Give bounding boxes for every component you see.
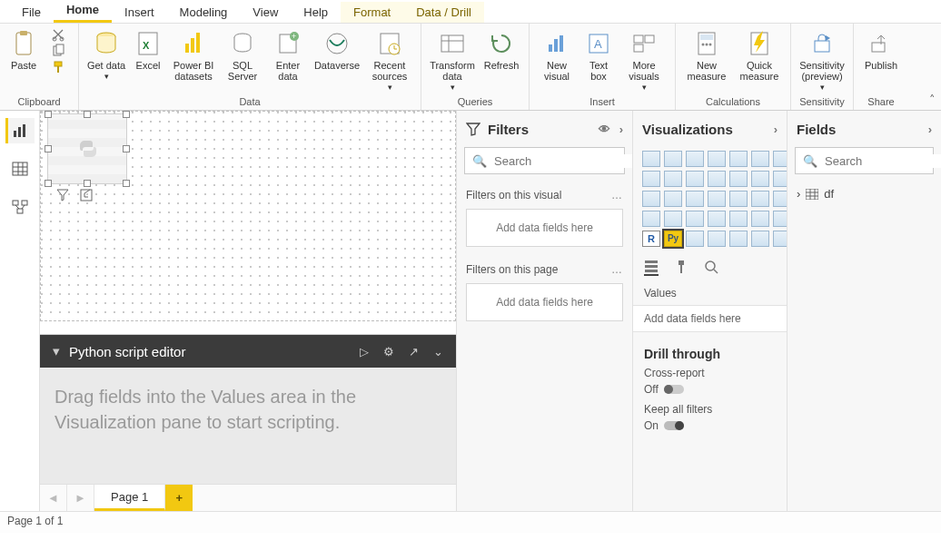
viz-waterfall[interactable] (751, 171, 769, 187)
viz-key-influencers[interactable] (686, 231, 704, 247)
menu-tab-help[interactable]: Help (291, 2, 341, 23)
viz-scatter[interactable] (642, 191, 660, 207)
chevron-down-icon[interactable]: ▾ (53, 343, 60, 359)
menu-tab-file[interactable]: File (9, 2, 54, 23)
transform-data-button[interactable]: Transform data▾ (427, 27, 478, 93)
viz-donut[interactable] (686, 191, 704, 207)
recent-sources-button[interactable]: Recent sources▾ (364, 27, 415, 93)
enter-data-button[interactable]: +Enter data (266, 27, 310, 93)
filters-search[interactable]: 🔍 (464, 147, 625, 174)
viz-more[interactable] (773, 231, 787, 247)
data-view-button[interactable] (5, 156, 35, 182)
filters-page-dropzone[interactable]: Add data fields here (466, 283, 623, 321)
new-measure-button[interactable]: New measure (681, 27, 732, 93)
viz-paginated[interactable] (751, 231, 769, 247)
viz-stacked-column[interactable] (664, 151, 682, 167)
viz-100-stacked-column[interactable] (751, 151, 769, 167)
report-canvas[interactable] (40, 111, 456, 334)
viz-card[interactable] (664, 211, 682, 227)
page-next-button[interactable]: ► (67, 485, 94, 511)
viz-table[interactable] (751, 211, 769, 227)
quick-measure-button[interactable]: Quick measure (734, 27, 785, 93)
viz-analytics-tab-icon[interactable] (704, 260, 718, 276)
refresh-button[interactable]: Refresh (480, 27, 523, 93)
filters-page-more-icon[interactable]: … (611, 263, 623, 276)
python-visual-placeholder[interactable] (47, 113, 127, 184)
viz-treemap[interactable] (708, 191, 726, 207)
viz-gauge[interactable] (642, 211, 660, 227)
viz-format-tab-icon[interactable] (675, 260, 688, 276)
paste-button[interactable]: Paste (5, 27, 42, 93)
viz-funnel[interactable] (773, 171, 787, 187)
viz-r-script[interactable]: R (642, 231, 660, 247)
sensitivity-button[interactable]: Sensitivity (preview)▾ (797, 27, 847, 93)
viz-pie[interactable] (664, 191, 682, 207)
menu-tab-modeling[interactable]: Modeling (167, 2, 241, 23)
viz-kpi[interactable] (708, 211, 726, 227)
viz-stacked-area[interactable] (664, 171, 682, 187)
viz-qna[interactable] (729, 231, 748, 247)
page-prev-button[interactable]: ◄ (40, 485, 67, 511)
viz-ribbon[interactable] (729, 171, 748, 187)
viz-line-stacked-column[interactable] (686, 171, 704, 187)
get-data-button[interactable]: Get data▾ (84, 27, 128, 93)
python-editor-body[interactable]: Drag fields into the Values area in the … (40, 368, 456, 484)
visual-filter-icon[interactable] (56, 189, 69, 201)
menu-tab-data-drill[interactable]: Data / Drill (403, 2, 484, 23)
viz-clustered-column[interactable] (708, 151, 726, 167)
model-view-button[interactable] (5, 194, 35, 220)
text-box-button[interactable]: AText box (580, 27, 617, 93)
visual-focus-icon[interactable] (80, 189, 93, 201)
viz-map[interactable] (729, 191, 748, 207)
fields-table-df[interactable]: › df (797, 187, 932, 201)
viz-area[interactable] (642, 171, 660, 187)
sql-server-button[interactable]: SQL Server (221, 27, 264, 93)
viz-fields-tab-icon[interactable] (644, 260, 659, 276)
viz-matrix[interactable] (773, 211, 787, 227)
run-script-icon[interactable]: ▷ (360, 345, 369, 359)
fields-search[interactable]: 🔍 (795, 147, 934, 174)
more-visuals-button[interactable]: More visuals▾ (619, 27, 669, 93)
filters-visual-dropzone[interactable]: Add data fields here (466, 209, 623, 247)
fields-collapse-icon[interactable]: › (928, 123, 932, 136)
publish-button[interactable]: Publish (859, 27, 903, 93)
viz-filled-map[interactable] (751, 191, 769, 207)
menu-tab-insert[interactable]: Insert (112, 2, 167, 23)
viz-multi-row-card[interactable] (686, 211, 704, 227)
viz-shape-map[interactable] (773, 191, 787, 207)
fields-search-input[interactable] (825, 154, 941, 168)
menu-tab-home[interactable]: Home (54, 0, 112, 23)
cross-report-toggle[interactable]: Off (644, 383, 684, 396)
viz-decomposition-tree[interactable] (708, 231, 726, 247)
report-view-button[interactable] (5, 118, 35, 143)
viz-stacked-bar[interactable] (642, 151, 660, 167)
collapse-editor-icon[interactable]: ⌄ (433, 345, 443, 359)
add-page-button[interactable]: + (165, 485, 193, 511)
viz-line-clustered-column[interactable] (708, 171, 726, 187)
new-visual-button[interactable]: New visual (535, 27, 579, 93)
filters-collapse-icon[interactable]: › (619, 123, 623, 136)
viz-slicer[interactable] (729, 211, 748, 227)
copy-icon[interactable] (51, 44, 65, 58)
filters-visibility-icon[interactable]: 👁 (599, 123, 610, 136)
viz-100-stacked-bar[interactable] (729, 151, 748, 167)
viz-collapse-icon[interactable]: › (774, 123, 778, 136)
excel-button[interactable]: XExcel (130, 27, 166, 93)
format-painter-icon[interactable] (51, 60, 65, 74)
keep-all-filters-toggle[interactable]: On (644, 419, 684, 432)
menu-tab-format[interactable]: Format (341, 2, 403, 23)
page-tab-1[interactable]: Page 1 (94, 485, 165, 511)
dataverse-button[interactable]: Dataverse (312, 27, 362, 93)
pbi-datasets-button[interactable]: Power BI datasets (168, 27, 219, 93)
menu-tab-view[interactable]: View (240, 2, 291, 23)
viz-python-script[interactable]: Py (664, 231, 682, 247)
filters-search-input[interactable] (494, 154, 632, 168)
viz-line[interactable] (773, 151, 787, 167)
cut-icon[interactable] (51, 27, 65, 42)
filters-visual-more-icon[interactable]: … (611, 189, 623, 201)
ribbon-collapse-button[interactable]: ˄ (923, 24, 941, 110)
script-options-icon[interactable]: ⚙ (383, 345, 394, 359)
viz-values-dropzone[interactable]: Add data fields here (633, 305, 787, 332)
popout-icon[interactable]: ↗ (409, 345, 419, 359)
viz-clustered-bar[interactable] (686, 151, 704, 167)
